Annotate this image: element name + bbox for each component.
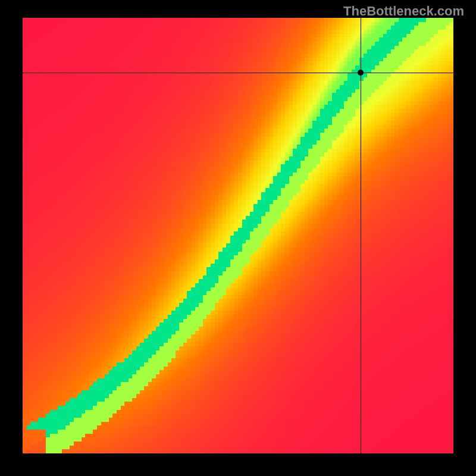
heatmap-canvas (23, 18, 453, 453)
data-point-marker (358, 70, 364, 76)
watermark-text: TheBottleneck.com (343, 4, 464, 19)
heatmap-plot (23, 18, 453, 453)
crosshair-vertical (361, 18, 361, 453)
crosshair-horizontal (23, 73, 453, 73)
